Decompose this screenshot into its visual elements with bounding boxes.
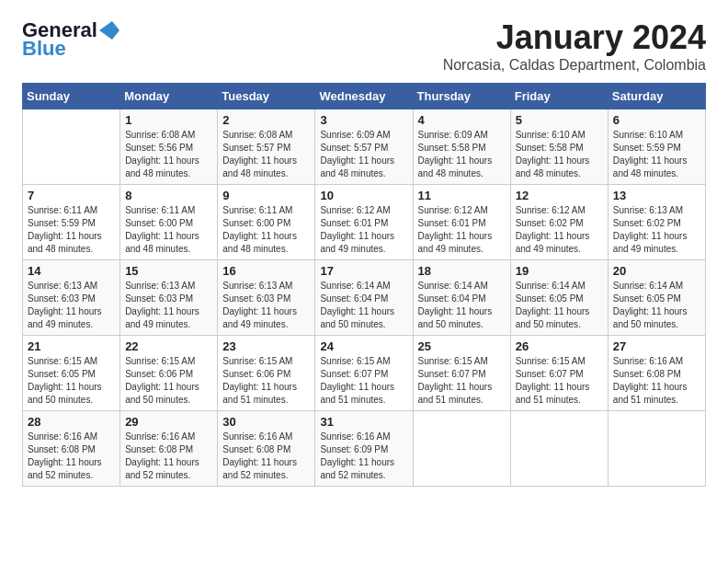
day-number: 24 (320, 339, 407, 353)
day-number: 25 (418, 339, 506, 353)
day-info: Sunrise: 6:14 AM Sunset: 6:05 PM Dayligh… (516, 280, 603, 331)
day-number: 6 (613, 113, 700, 127)
day-info: Sunrise: 6:15 AM Sunset: 6:07 PM Dayligh… (320, 355, 407, 407)
day-info: Sunrise: 6:14 AM Sunset: 6:05 PM Dayligh… (613, 280, 700, 331)
calendar-cell: 9Sunrise: 6:11 AM Sunset: 6:00 PM Daylig… (218, 185, 315, 260)
calendar-cell: 2Sunrise: 6:08 AM Sunset: 5:57 PM Daylig… (218, 109, 315, 185)
col-header-sunday: Sunday (23, 84, 120, 109)
logo: General Blue (22, 18, 121, 61)
calendar-cell: 23Sunrise: 6:15 AM Sunset: 6:06 PM Dayli… (218, 336, 315, 411)
day-number: 8 (125, 189, 212, 202)
day-number: 30 (222, 415, 310, 429)
col-header-tuesday: Tuesday (218, 84, 315, 109)
day-number: 19 (516, 264, 603, 278)
svg-marker-0 (99, 21, 119, 40)
day-info: Sunrise: 6:15 AM Sunset: 6:06 PM Dayligh… (222, 355, 310, 407)
day-info: Sunrise: 6:16 AM Sunset: 6:08 PM Dayligh… (222, 431, 310, 482)
calendar-cell: 6Sunrise: 6:10 AM Sunset: 5:59 PM Daylig… (608, 109, 705, 185)
day-number: 7 (28, 189, 115, 202)
calendar-cell: 18Sunrise: 6:14 AM Sunset: 6:04 PM Dayli… (413, 260, 510, 336)
day-info: Sunrise: 6:13 AM Sunset: 6:03 PM Dayligh… (222, 280, 310, 331)
day-number: 2 (222, 113, 310, 127)
day-number: 21 (28, 339, 115, 353)
calendar-cell: 1Sunrise: 6:08 AM Sunset: 5:56 PM Daylig… (120, 109, 218, 185)
calendar-cell: 10Sunrise: 6:12 AM Sunset: 6:01 PM Dayli… (315, 185, 413, 260)
day-info: Sunrise: 6:12 AM Sunset: 6:02 PM Dayligh… (516, 204, 603, 256)
day-info: Sunrise: 6:11 AM Sunset: 6:00 PM Dayligh… (125, 204, 212, 256)
calendar-cell: 5Sunrise: 6:10 AM Sunset: 5:58 PM Daylig… (510, 109, 608, 185)
day-info: Sunrise: 6:08 AM Sunset: 5:56 PM Dayligh… (125, 129, 212, 180)
day-number: 22 (125, 339, 212, 353)
calendar-cell: 24Sunrise: 6:15 AM Sunset: 6:07 PM Dayli… (315, 336, 413, 411)
day-info: Sunrise: 6:09 AM Sunset: 5:57 PM Dayligh… (320, 129, 407, 180)
day-number: 16 (222, 264, 310, 278)
day-number: 3 (320, 113, 407, 127)
calendar-cell (413, 411, 510, 487)
day-number: 31 (320, 415, 407, 429)
day-info: Sunrise: 6:12 AM Sunset: 6:01 PM Dayligh… (418, 204, 506, 256)
calendar-cell: 15Sunrise: 6:13 AM Sunset: 6:03 PM Dayli… (120, 260, 218, 336)
day-number: 10 (320, 189, 407, 202)
day-info: Sunrise: 6:13 AM Sunset: 6:03 PM Dayligh… (125, 280, 212, 331)
calendar-cell: 4Sunrise: 6:09 AM Sunset: 5:58 PM Daylig… (413, 109, 510, 185)
day-info: Sunrise: 6:15 AM Sunset: 6:07 PM Dayligh… (418, 355, 506, 407)
calendar-table: SundayMondayTuesdayWednesdayThursdayFrid… (22, 83, 706, 487)
title-block: January 2024 Norcasia, Caldas Department… (443, 18, 706, 74)
logo-blue: Blue (22, 37, 66, 61)
col-header-saturday: Saturday (608, 84, 705, 109)
calendar-cell: 8Sunrise: 6:11 AM Sunset: 6:00 PM Daylig… (120, 185, 218, 260)
day-info: Sunrise: 6:16 AM Sunset: 6:08 PM Dayligh… (613, 355, 700, 407)
day-number: 4 (418, 113, 506, 127)
calendar-cell: 27Sunrise: 6:16 AM Sunset: 6:08 PM Dayli… (608, 336, 705, 411)
day-info: Sunrise: 6:16 AM Sunset: 6:08 PM Dayligh… (28, 431, 115, 482)
day-number: 17 (320, 264, 407, 278)
day-number: 14 (28, 264, 115, 278)
day-number: 5 (516, 113, 603, 127)
day-info: Sunrise: 6:14 AM Sunset: 6:04 PM Dayligh… (320, 280, 407, 331)
page-title: January 2024 (443, 18, 706, 57)
calendar-cell (510, 411, 608, 487)
calendar-cell: 31Sunrise: 6:16 AM Sunset: 6:09 PM Dayli… (315, 411, 413, 487)
day-number: 27 (613, 339, 700, 353)
calendar-cell: 30Sunrise: 6:16 AM Sunset: 6:08 PM Dayli… (218, 411, 315, 487)
day-info: Sunrise: 6:10 AM Sunset: 5:59 PM Dayligh… (613, 129, 700, 180)
col-header-thursday: Thursday (413, 84, 510, 109)
calendar-cell: 17Sunrise: 6:14 AM Sunset: 6:04 PM Dayli… (315, 260, 413, 336)
calendar-cell: 3Sunrise: 6:09 AM Sunset: 5:57 PM Daylig… (315, 109, 413, 185)
day-number: 20 (613, 264, 700, 278)
day-info: Sunrise: 6:09 AM Sunset: 5:58 PM Dayligh… (418, 129, 506, 180)
calendar-cell: 7Sunrise: 6:11 AM Sunset: 5:59 PM Daylig… (23, 185, 120, 260)
day-info: Sunrise: 6:15 AM Sunset: 6:07 PM Dayligh… (516, 355, 603, 407)
day-number: 9 (222, 189, 310, 202)
calendar-cell: 21Sunrise: 6:15 AM Sunset: 6:05 PM Dayli… (23, 336, 120, 411)
col-header-monday: Monday (120, 84, 218, 109)
col-header-wednesday: Wednesday (315, 84, 413, 109)
day-info: Sunrise: 6:16 AM Sunset: 6:09 PM Dayligh… (320, 431, 407, 482)
day-info: Sunrise: 6:10 AM Sunset: 5:58 PM Dayligh… (516, 129, 603, 180)
day-info: Sunrise: 6:16 AM Sunset: 6:08 PM Dayligh… (125, 431, 212, 482)
day-info: Sunrise: 6:11 AM Sunset: 5:59 PM Dayligh… (28, 204, 115, 256)
day-info: Sunrise: 6:12 AM Sunset: 6:01 PM Dayligh… (320, 204, 407, 256)
day-number: 12 (516, 189, 603, 202)
day-info: Sunrise: 6:13 AM Sunset: 6:02 PM Dayligh… (613, 204, 700, 256)
calendar-cell (23, 109, 120, 185)
calendar-cell: 19Sunrise: 6:14 AM Sunset: 6:05 PM Dayli… (510, 260, 608, 336)
day-number: 11 (418, 189, 506, 202)
calendar-cell: 11Sunrise: 6:12 AM Sunset: 6:01 PM Dayli… (413, 185, 510, 260)
day-number: 15 (125, 264, 212, 278)
calendar-cell: 28Sunrise: 6:16 AM Sunset: 6:08 PM Dayli… (23, 411, 120, 487)
calendar-cell (608, 411, 705, 487)
day-number: 18 (418, 264, 506, 278)
day-info: Sunrise: 6:15 AM Sunset: 6:05 PM Dayligh… (28, 355, 115, 407)
day-number: 28 (28, 415, 115, 429)
page-header: General Blue January 2024 Norcasia, Cald… (22, 18, 706, 74)
day-number: 29 (125, 415, 212, 429)
day-info: Sunrise: 6:13 AM Sunset: 6:03 PM Dayligh… (28, 280, 115, 331)
calendar-cell: 14Sunrise: 6:13 AM Sunset: 6:03 PM Dayli… (23, 260, 120, 336)
day-info: Sunrise: 6:11 AM Sunset: 6:00 PM Dayligh… (222, 204, 310, 256)
col-header-friday: Friday (510, 84, 608, 109)
calendar-cell: 26Sunrise: 6:15 AM Sunset: 6:07 PM Dayli… (510, 336, 608, 411)
logo-icon (99, 21, 119, 40)
day-number: 1 (125, 113, 212, 127)
calendar-cell: 12Sunrise: 6:12 AM Sunset: 6:02 PM Dayli… (510, 185, 608, 260)
